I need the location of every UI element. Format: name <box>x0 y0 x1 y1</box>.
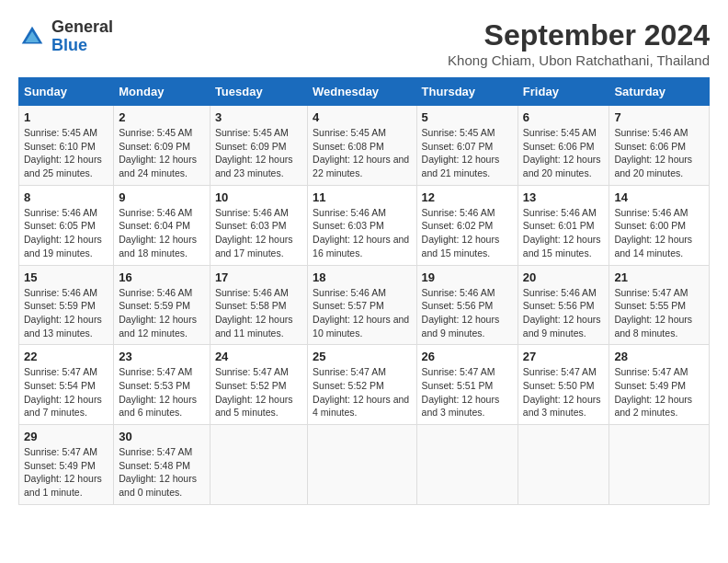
day-daylight: Daylight: 12 hours and 1 minute. <box>24 473 102 498</box>
day-sunrise: Sunrise: 5:45 AM <box>313 127 386 138</box>
day-number: 28 <box>614 350 704 363</box>
day-daylight: Daylight: 12 hours and 20 minutes. <box>614 154 692 178</box>
day-sunset: Sunset: 5:52 PM <box>313 380 384 391</box>
day-sunset: Sunset: 5:56 PM <box>422 300 494 311</box>
day-number: 12 <box>422 190 513 204</box>
table-row: 8 Sunrise: 5:46 AM Sunset: 6:05 PM Dayli… <box>19 185 114 265</box>
calendar-header-row: Sunday Monday Tuesday Wednesday Thursday… <box>19 78 710 106</box>
table-row: 19 Sunrise: 5:46 AM Sunset: 5:56 PM Dayl… <box>416 265 518 345</box>
table-row: 1 Sunrise: 5:45 AM Sunset: 6:10 PM Dayli… <box>19 106 114 186</box>
day-number: 14 <box>614 190 704 204</box>
day-number: 26 <box>422 350 513 363</box>
table-row <box>609 425 710 505</box>
day-daylight: Daylight: 12 hours and 7 minutes. <box>24 394 102 419</box>
day-daylight: Daylight: 12 hours and 11 minutes. <box>215 314 293 339</box>
day-number: 25 <box>313 350 411 363</box>
day-daylight: Daylight: 12 hours and 15 minutes. <box>422 234 500 259</box>
table-row: 25 Sunrise: 5:47 AM Sunset: 5:52 PM Dayl… <box>308 345 416 425</box>
day-number: 21 <box>614 270 704 284</box>
header-sunday: Sunday <box>19 78 114 106</box>
day-number: 11 <box>313 190 411 204</box>
day-sunrise: Sunrise: 5:46 AM <box>215 207 289 218</box>
table-row <box>416 425 518 505</box>
day-sunrise: Sunrise: 5:47 AM <box>614 366 688 377</box>
table-row: 3 Sunrise: 5:45 AM Sunset: 6:09 PM Dayli… <box>210 106 307 186</box>
day-sunset: Sunset: 6:05 PM <box>24 220 96 231</box>
logo-general-text: General <box>51 18 113 37</box>
day-number: 30 <box>119 430 205 443</box>
day-daylight: Daylight: 12 hours and 23 minutes. <box>215 154 293 178</box>
day-number: 3 <box>215 110 302 124</box>
table-row: 21 Sunrise: 5:47 AM Sunset: 5:55 PM Dayl… <box>609 265 710 345</box>
day-sunrise: Sunrise: 5:47 AM <box>24 366 97 377</box>
day-sunrise: Sunrise: 5:47 AM <box>24 446 97 457</box>
calendar-week-4: 22 Sunrise: 5:47 AM Sunset: 5:54 PM Dayl… <box>19 345 710 425</box>
day-number: 4 <box>313 110 411 124</box>
day-sunset: Sunset: 6:03 PM <box>215 220 287 231</box>
day-number: 19 <box>422 270 513 284</box>
day-sunset: Sunset: 6:09 PM <box>119 141 190 152</box>
day-sunrise: Sunrise: 5:46 AM <box>422 287 495 298</box>
table-row: 17 Sunrise: 5:46 AM Sunset: 5:58 PM Dayl… <box>210 265 307 345</box>
header-wednesday: Wednesday <box>308 78 416 106</box>
day-number: 15 <box>24 270 108 284</box>
table-row: 14 Sunrise: 5:46 AM Sunset: 6:00 PM Dayl… <box>609 185 710 265</box>
table-row <box>518 425 609 505</box>
page-title: September 2024 <box>448 18 710 52</box>
day-sunset: Sunset: 5:50 PM <box>523 380 595 391</box>
day-number: 20 <box>523 270 605 284</box>
day-sunset: Sunset: 6:06 PM <box>523 141 595 152</box>
day-daylight: Daylight: 12 hours and 0 minutes. <box>119 473 197 498</box>
table-row: 30 Sunrise: 5:47 AM Sunset: 5:48 PM Dayl… <box>114 425 210 505</box>
day-number: 10 <box>215 190 302 204</box>
page-subtitle: Khong Chiam, Ubon Ratchathani, Thailand <box>448 52 710 68</box>
calendar-week-2: 8 Sunrise: 5:46 AM Sunset: 6:05 PM Dayli… <box>19 185 710 265</box>
day-number: 27 <box>523 350 605 363</box>
day-daylight: Daylight: 12 hours and 2 minutes. <box>614 394 692 419</box>
day-sunset: Sunset: 6:10 PM <box>24 141 96 152</box>
table-row: 12 Sunrise: 5:46 AM Sunset: 6:02 PM Dayl… <box>416 185 518 265</box>
day-sunrise: Sunrise: 5:46 AM <box>119 287 192 298</box>
day-sunset: Sunset: 5:53 PM <box>119 380 190 391</box>
table-row: 16 Sunrise: 5:46 AM Sunset: 5:59 PM Dayl… <box>114 265 210 345</box>
day-daylight: Daylight: 12 hours and 22 minutes. <box>313 154 409 178</box>
table-row: 28 Sunrise: 5:47 AM Sunset: 5:49 PM Dayl… <box>609 345 710 425</box>
day-sunrise: Sunrise: 5:47 AM <box>523 366 597 377</box>
day-sunset: Sunset: 5:54 PM <box>24 380 96 391</box>
header-saturday: Saturday <box>609 78 710 106</box>
day-sunset: Sunset: 6:00 PM <box>614 220 686 231</box>
day-sunset: Sunset: 5:51 PM <box>422 380 494 391</box>
day-daylight: Daylight: 12 hours and 8 minutes. <box>614 314 692 339</box>
day-sunrise: Sunrise: 5:47 AM <box>422 366 495 377</box>
day-daylight: Daylight: 12 hours and 19 minutes. <box>24 234 102 259</box>
day-daylight: Daylight: 12 hours and 17 minutes. <box>215 234 293 259</box>
day-number: 7 <box>614 110 704 124</box>
day-sunset: Sunset: 6:09 PM <box>215 141 287 152</box>
day-daylight: Daylight: 12 hours and 13 minutes. <box>24 314 102 339</box>
logo: General Blue <box>18 18 113 55</box>
day-daylight: Daylight: 12 hours and 12 minutes. <box>119 314 197 339</box>
day-sunset: Sunset: 6:02 PM <box>422 220 494 231</box>
day-sunrise: Sunrise: 5:47 AM <box>614 287 688 298</box>
day-number: 8 <box>24 190 108 204</box>
day-sunrise: Sunrise: 5:45 AM <box>215 127 289 138</box>
logo-icon <box>18 23 46 51</box>
table-row <box>308 425 416 505</box>
day-daylight: Daylight: 12 hours and 15 minutes. <box>523 234 601 259</box>
table-row: 22 Sunrise: 5:47 AM Sunset: 5:54 PM Dayl… <box>19 345 114 425</box>
day-number: 18 <box>313 270 411 284</box>
table-row: 11 Sunrise: 5:46 AM Sunset: 6:03 PM Dayl… <box>308 185 416 265</box>
calendar-week-5: 29 Sunrise: 5:47 AM Sunset: 5:49 PM Dayl… <box>19 425 710 505</box>
table-row: 4 Sunrise: 5:45 AM Sunset: 6:08 PM Dayli… <box>308 106 416 186</box>
calendar-week-1: 1 Sunrise: 5:45 AM Sunset: 6:10 PM Dayli… <box>19 106 710 186</box>
day-number: 22 <box>24 350 108 363</box>
day-daylight: Daylight: 12 hours and 4 minutes. <box>313 394 409 419</box>
day-sunset: Sunset: 5:52 PM <box>215 380 287 391</box>
day-sunset: Sunset: 6:04 PM <box>119 220 190 231</box>
table-row: 18 Sunrise: 5:46 AM Sunset: 5:57 PM Dayl… <box>308 265 416 345</box>
day-sunset: Sunset: 5:49 PM <box>614 380 686 391</box>
day-daylight: Daylight: 12 hours and 9 minutes. <box>422 314 500 339</box>
header-monday: Monday <box>114 78 210 106</box>
day-number: 1 <box>24 110 108 124</box>
day-daylight: Daylight: 12 hours and 6 minutes. <box>119 394 197 419</box>
